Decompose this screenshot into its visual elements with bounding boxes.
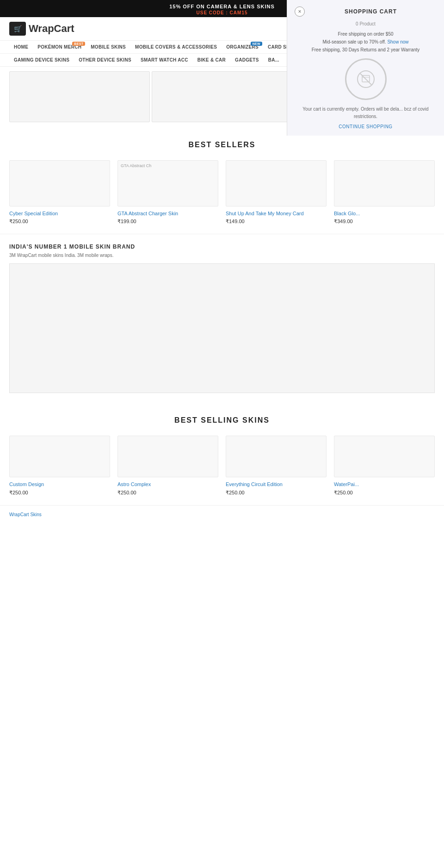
best-sell-price-2: ₹250.00	[226, 490, 327, 496]
best-selling-skins-grid: Custom Design₹250.00Astro Complex₹250.00…	[9, 436, 435, 495]
best-seller-card-0: Cyber Special Edition₹250.00	[9, 160, 110, 225]
close-icon: ×	[298, 8, 301, 15]
best-selling-skins-section: BEST SELLING SKINS Custom Design₹250.00A…	[0, 402, 444, 505]
cart-empty-text: Your cart is currently empty. Orders wil…	[295, 106, 437, 120]
nav-item-organizers[interactable]: ORGANIZERSNew	[222, 41, 263, 53]
best-sell-name-1[interactable]: Astro Complex	[117, 481, 218, 487]
nav-item-pokémon-merch[interactable]: Pokémon MerchBest	[33, 41, 86, 53]
product-name-2[interactable]: Shut Up And Take My Money Card	[226, 210, 327, 217]
best-sell-price-3: ₹250.00	[334, 490, 435, 496]
best-sell-card-3: WaterPai...₹250.00	[334, 436, 435, 495]
wrapcart-skins-link[interactable]: WrapCart Skins	[9, 512, 42, 517]
logo-text: WrapCart	[29, 23, 74, 35]
product-image-2[interactable]	[226, 160, 327, 206]
cart-icon: 🛒	[14, 25, 22, 32]
product-price-0: ₹250.00	[9, 219, 110, 225]
product-image-3[interactable]	[334, 160, 435, 206]
product-name-3[interactable]: Black Glo...	[334, 210, 435, 217]
best-sell-price-1: ₹250.00	[117, 490, 218, 496]
product-name-0[interactable]: Cyber Special Edition	[9, 210, 110, 217]
nav-secondary-item-ba...[interactable]: BA...	[264, 54, 284, 66]
logo[interactable]: 🛒 WrapCart	[9, 22, 74, 36]
nav-item-mobile-skins[interactable]: MOBILE SKINS	[86, 41, 130, 53]
logo-icon: 🛒	[9, 22, 26, 36]
continue-shopping-link[interactable]: CONTINUE SHOPPING	[295, 124, 437, 129]
best-sell-image-2[interactable]	[226, 436, 327, 477]
nav-secondary-item-gaming-device-skins[interactable]: GAMING DEVICE SKINS	[9, 54, 74, 66]
show-now-link[interactable]: Show now	[387, 39, 408, 44]
free-shipping-info: Free shipping on order $50	[295, 30, 437, 38]
best-sellers-title: BEST SELLERS	[9, 141, 435, 149]
brand-section: INDIA'S NUMBER 1 MOBILE SKIN BRAND 3M Wr…	[0, 234, 444, 402]
nav-secondary-item-smart-watch-acc[interactable]: SMART WATCH ACC	[136, 54, 193, 66]
cart-overlay-header: × SHOPPING CART	[295, 6, 437, 17]
best-seller-card-3: Black Glo...₹349.00	[334, 160, 435, 225]
brand-title: INDIA'S NUMBER 1 MOBILE SKIN BRAND	[9, 244, 435, 250]
nav-secondary-item-other-device-skins[interactable]: OTHER DEVICE SKINS	[74, 54, 136, 66]
best-sell-name-0[interactable]: Custom Design	[9, 481, 110, 487]
brand-desc: 3M WrapCart mobile skins India. 3M mobil…	[9, 253, 435, 258]
hero-banner-2[interactable]	[152, 71, 292, 122]
close-cart-button[interactable]: ×	[295, 6, 305, 17]
best-sell-card-1: Astro Complex₹250.00	[117, 436, 218, 495]
best-sell-image-1[interactable]	[117, 436, 218, 477]
best-sellers-grid: Cyber Special Edition₹250.00GTA Abstract…	[9, 160, 435, 225]
best-sell-price-0: ₹250.00	[9, 490, 110, 496]
product-name-1[interactable]: GTA Abstract Charger Skin	[117, 210, 218, 217]
cart-info: Free shipping on order $50 Mid-season sa…	[295, 30, 437, 54]
hero-banner-1[interactable]	[9, 71, 150, 122]
best-seller-card-1: GTA Abstract ChGTA Abstract Charger Skin…	[117, 160, 218, 225]
nav-item-home[interactable]: HOME	[9, 41, 33, 53]
product-price-1: ₹199.00	[117, 219, 218, 225]
nav-secondary-item-gadgets[interactable]: GADGETS	[230, 54, 264, 66]
cart-overlay: × SHOPPING CART 0 Product Free shipping …	[287, 0, 444, 136]
best-sell-name-2[interactable]: Everything Circuit Edition	[226, 481, 327, 487]
product-price-2: ₹149.00	[226, 219, 327, 225]
nav-item-mobile-covers-&-accessories[interactable]: MOBILE COVERS & ACCESSORIES	[130, 41, 222, 53]
best-sellers-section: BEST SELLERS Cyber Special Edition₹250.0…	[0, 127, 444, 234]
bottom-spacer	[0, 520, 444, 557]
cart-product-count: 0 Product	[295, 21, 437, 26]
product-image-1[interactable]: GTA Abstract Ch	[117, 160, 218, 206]
best-sell-name-3[interactable]: WaterPai...	[334, 481, 435, 487]
best-sell-image-0[interactable]	[9, 436, 110, 477]
cart-empty-icon	[345, 58, 387, 100]
best-seller-card-2: Shut Up And Take My Money Card₹149.00	[226, 160, 327, 225]
product-image-0[interactable]	[9, 160, 110, 206]
warranty-info: Free shipping, 30 Days Returns and 2 yea…	[295, 46, 437, 54]
brand-image	[9, 263, 435, 393]
cart-title: SHOPPING CART	[305, 8, 437, 15]
best-sell-card-2: Everything Circuit Edition₹250.00	[226, 436, 327, 495]
mid-season-info: Mid-season sale up to 70% off. Show now	[295, 38, 437, 46]
best-sell-card-0: Custom Design₹250.00	[9, 436, 110, 495]
coupon-label: USE CODE : CAM15	[196, 10, 247, 15]
best-sell-image-3[interactable]	[334, 436, 435, 477]
nav-secondary-item-bike-&-car[interactable]: BIKE & CAR	[193, 54, 230, 66]
mid-season-text: Mid-season sale up to 70% off.	[322, 39, 386, 44]
footer-link: WrapCart Skins	[0, 505, 444, 520]
best-selling-skins-title: BEST SELLING SKINS	[9, 416, 435, 425]
product-price-3: ₹349.00	[334, 219, 435, 225]
